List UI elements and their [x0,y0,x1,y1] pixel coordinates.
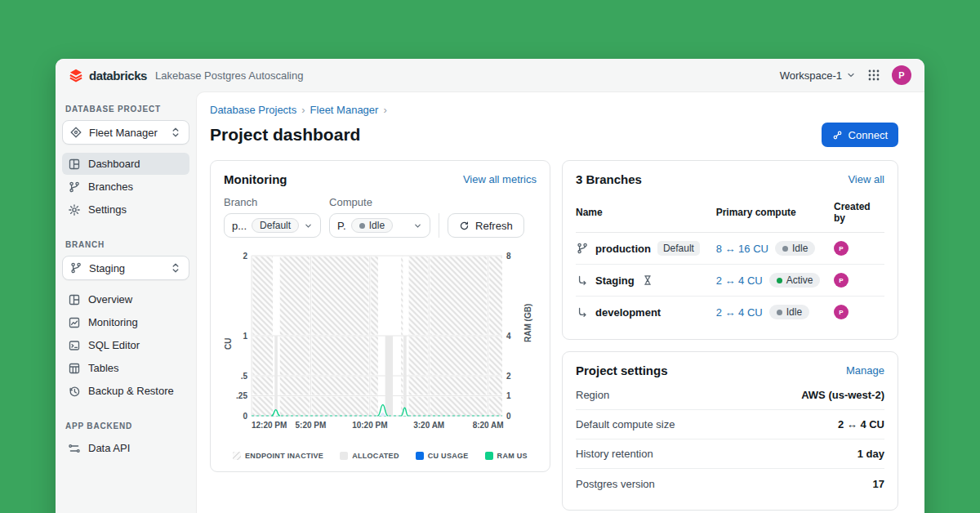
sidebar-item-branches[interactable]: Branches [62,176,189,198]
sidebar-item-overview[interactable]: Overview [62,288,189,310]
terminal-icon [68,339,81,352]
branches-col-created-by: Created by [834,196,884,233]
creator-avatar[interactable]: P [834,273,849,288]
sidebar-item-backup-restore[interactable]: Backup & Restore [62,380,189,402]
breadcrumb-fleet-manager[interactable]: Fleet Manager [310,104,379,116]
databricks-logo[interactable]: databricks [69,68,147,83]
filter-divider [439,213,439,238]
view-all-metrics-link[interactable]: View all metrics [463,173,537,185]
settings-value: AWS (us-west-2) [801,389,884,401]
branch-row-development: development2 ↔ 4 CUIdleP [576,297,884,328]
branch-select-value: p... [232,220,247,232]
legend-item-cu-usage: CU USAGE [416,452,469,460]
connect-label: Connect [849,129,888,141]
svg-text:8: 8 [506,252,511,261]
idle-dot [359,223,365,229]
default-badge: Default [657,241,700,256]
topbar: databricks Lakebase Postgres Autoscaling… [56,59,924,91]
table-icon [68,362,81,375]
sidebar-item-dashboard[interactable]: Dashboard [62,153,189,175]
sidebar-item-sql-editor[interactable]: SQL Editor [62,334,189,356]
compute-size-link[interactable]: 2 ↔ 4 CU [716,306,763,319]
compute-size-link[interactable]: 8 ↔ 16 CU [716,243,768,255]
settings-key: Default compute size [576,418,675,430]
settings-row-history-retention: History retention1 day [576,439,884,469]
compute-filter-label: Compute [329,196,430,208]
settings-key: History retention [576,448,653,460]
app-grid-icon[interactable] [867,69,880,82]
sidebar-selector-fleet-manager[interactable]: Fleet Manager [62,120,189,145]
refresh-label: Refresh [475,220,513,232]
sidebar: DATABASE PROJECTFleet ManagerDashboardBr… [56,91,196,513]
app-window: databricks Lakebase Postgres Autoscaling… [56,59,924,513]
main-content: Database Projects › Fleet Manager › Proj… [196,91,924,513]
branches-table: NamePrimary computeCreated by production… [576,196,884,328]
sidebar-item-tables[interactable]: Tables [62,357,189,379]
branches-card: 3 Branches View all NamePrimary computeC… [562,160,898,340]
git-branch-icon [69,261,82,274]
breadcrumb: Database Projects › Fleet Manager › [210,104,898,116]
sidebar-section-label: BRANCH [62,235,189,256]
branches-col-primary-compute: Primary compute [716,196,834,233]
workspace-switcher[interactable]: Workspace-1 [780,69,856,82]
gear-icon [68,203,81,216]
sidebar-item-settings[interactable]: Settings [62,199,189,221]
user-avatar[interactable]: P [892,65,911,85]
color-swatch [416,452,424,460]
refresh-button[interactable]: Refresh [448,213,524,238]
settings-rows: RegionAWS (us-west-2)Default compute siz… [576,381,884,498]
chevron-down-icon [413,221,422,230]
branch-row-Staging: Staging2 ↔ 4 CUActiveP [576,265,884,297]
sidebar-selector-staging[interactable]: Staging [62,256,189,280]
branches-col-name: Name [576,196,716,233]
settings-row-postgres-version: Postgres version17 [576,469,884,498]
branch-select[interactable]: p... Default [224,213,321,238]
creator-avatar[interactable]: P [834,305,849,319]
compute-size-link[interactable]: 2 ↔ 4 CU [716,274,763,287]
sidebar-item-label: SQL Editor [88,339,140,351]
corner-arrow-icon [576,274,589,287]
color-swatch [485,452,493,460]
branch-default-pill: Default [252,218,299,233]
manage-link[interactable]: Manage [846,364,884,377]
breadcrumb-database-projects[interactable]: Database Projects [210,104,296,116]
sidebar-item-label: Data API [88,442,130,454]
workspace-label: Workspace-1 [780,69,842,82]
svg-text:2: 2 [506,372,511,381]
svg-text:.25: .25 [236,391,247,400]
view-all-branches-link[interactable]: View all [848,173,884,185]
settings-row-region: RegionAWS (us-west-2) [576,381,884,410]
branch-name[interactable]: production [595,243,651,255]
sidebar-item-monitoring[interactable]: Monitoring [62,311,189,333]
chevron-down-icon [304,221,313,230]
chevron-down-icon [846,70,856,80]
branch-name[interactable]: Staging [595,274,635,287]
sidebar-item-label: Overview [88,293,132,306]
svg-text:1: 1 [243,332,247,341]
svg-text:12:20 PM: 12:20 PM [252,421,287,430]
breadcrumb-separator: › [383,104,386,116]
creator-avatar[interactable]: P [834,241,849,256]
sidebar-item-label: Backup & Restore [88,385,174,397]
sidebar-item-label: Dashboard [88,158,140,170]
sidebar-item-data-api[interactable]: Data API [62,437,189,459]
monitoring-title: Monitoring [224,172,287,186]
breadcrumb-separator: › [301,104,305,116]
legend-item-ram-us: RAM US [485,452,528,460]
line-chart-icon [68,316,81,329]
hatch-swatch [233,452,241,460]
databricks-logo-icon [69,68,83,83]
svg-text:2: 2 [243,252,247,261]
connect-button[interactable]: Connect [822,123,898,147]
branch-name[interactable]: development [595,306,661,319]
svg-text:4: 4 [506,332,511,341]
git-branch-icon [576,242,589,255]
sidebar-item-label: Branches [88,181,133,193]
sidebar-item-label: Tables [88,362,119,374]
project-settings-card: Project settings Manage RegionAWS (us-we… [562,351,898,511]
sidebar-item-label: Monitoring [88,316,138,328]
compute-select[interactable]: P. Idle [329,213,430,238]
branches-title: 3 Branches [576,172,642,186]
sidebar-section-label: APP BACKEND [62,417,189,437]
sidebar-section: DATABASE PROJECTFleet ManagerDashboardBr… [62,100,189,221]
